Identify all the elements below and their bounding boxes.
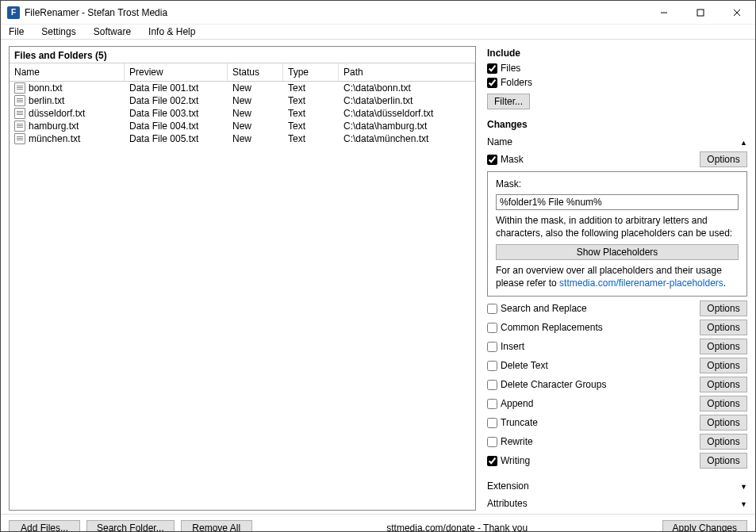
operation-checkbox[interactable] <box>487 361 497 371</box>
operation-row: InsertOptions <box>487 338 747 355</box>
mask-overview: For an overview over all placeholders an… <box>496 265 739 289</box>
cell-name: hamburg.txt <box>10 120 125 132</box>
mask-panel: Mask: Within the mask, in addition to ar… <box>487 171 747 297</box>
files-panel-title: Files and Folders (5) <box>10 47 475 63</box>
menu-settings[interactable]: Settings <box>38 25 79 39</box>
mask-note: Within the mask, in addition to arbitrar… <box>496 215 739 239</box>
cell-preview: Data File 005.txt <box>125 132 228 145</box>
operation-checkbox[interactable] <box>487 380 497 390</box>
file-icon <box>14 121 25 132</box>
table-row[interactable]: düsseldorf.txtData File 003.txtNewTextC:… <box>10 107 475 120</box>
operation-checkbox[interactable] <box>487 399 497 409</box>
menu-software[interactable]: Software <box>90 25 134 39</box>
operation-toggle[interactable]: Append <box>487 397 533 410</box>
name-section-label: Name <box>487 136 512 147</box>
attributes-section-header[interactable]: Attributes <box>487 495 747 511</box>
menu-info-help[interactable]: Info & Help <box>145 25 198 39</box>
cell-status: New <box>228 107 283 120</box>
file-icon <box>14 108 25 119</box>
col-status[interactable]: Status <box>228 63 283 81</box>
mask-checkbox[interactable] <box>487 155 497 165</box>
operation-label: Writing <box>501 455 530 466</box>
operation-checkbox[interactable] <box>487 304 497 314</box>
filter-button[interactable]: Filter... <box>487 94 530 109</box>
cell-status: New <box>228 132 283 145</box>
caret-down-icon <box>740 498 747 509</box>
mask-input[interactable] <box>496 194 739 210</box>
col-preview[interactable]: Preview <box>125 63 228 81</box>
col-name[interactable]: Name <box>10 63 125 81</box>
include-folders-checkbox[interactable] <box>487 78 497 88</box>
mask-toggle[interactable]: Mask <box>487 153 524 166</box>
operation-toggle[interactable]: Insert <box>487 340 524 353</box>
operation-checkbox[interactable] <box>487 456 497 466</box>
search-folder-button[interactable]: Search Folder... <box>86 520 175 532</box>
operation-label: Rewrite <box>501 436 533 447</box>
operation-checkbox[interactable] <box>487 437 497 447</box>
cell-path: C:\data\berlin.txt <box>339 94 475 107</box>
col-path[interactable]: Path <box>339 63 475 81</box>
include-files-row[interactable]: Files <box>487 62 747 75</box>
operation-checkbox[interactable] <box>487 342 497 352</box>
mask-row: Mask Options <box>487 151 747 168</box>
mask-label: Mask <box>501 154 524 165</box>
operation-toggle[interactable]: Search and Replace <box>487 302 587 315</box>
extension-section-header[interactable]: Extension <box>487 477 747 493</box>
operation-row: RewriteOptions <box>487 433 747 450</box>
operation-toggle[interactable]: Delete Character Groups <box>487 378 606 391</box>
menu-file[interactable]: File <box>6 25 27 39</box>
remove-all-button[interactable]: Remove All <box>181 520 252 532</box>
table-row[interactable]: münchen.txtData File 005.txtNewTextC:\da… <box>10 132 475 145</box>
cell-name: berlin.txt <box>10 94 125 107</box>
operation-options-button[interactable]: Options <box>700 453 747 469</box>
table-row[interactable]: berlin.txtData File 002.txtNewTextC:\dat… <box>10 94 475 107</box>
operation-options-button[interactable]: Options <box>700 320 747 335</box>
operation-toggle[interactable]: Delete Text <box>487 359 548 372</box>
minimize-button[interactable] <box>646 1 682 25</box>
operation-toggle[interactable]: Rewrite <box>487 435 533 448</box>
operation-options-button[interactable]: Options <box>700 358 747 373</box>
name-section-header[interactable]: Name <box>487 133 747 149</box>
attributes-section-label: Attributes <box>487 498 528 509</box>
cell-type: Text <box>283 120 339 132</box>
options-panel: Include Files Folders Filter... Changes … <box>487 46 747 511</box>
apply-changes-button[interactable]: Apply Changes <box>662 520 747 532</box>
mask-options-button[interactable]: Options <box>700 151 747 167</box>
operation-toggle[interactable]: Writing <box>487 454 530 467</box>
menu-bar: File Settings Software Info & Help <box>1 25 755 40</box>
cell-name: düsseldorf.txt <box>10 107 125 120</box>
operation-checkbox[interactable] <box>487 323 497 333</box>
mask-overview-suffix: . <box>723 277 726 289</box>
cell-type: Text <box>283 132 339 145</box>
operation-options-button[interactable]: Options <box>700 415 747 431</box>
maximize-button[interactable] <box>682 1 719 25</box>
file-icon <box>14 95 25 106</box>
operation-toggle[interactable]: Common Replacements <box>487 321 603 334</box>
operation-toggle[interactable]: Truncate <box>487 416 538 429</box>
show-placeholders-button[interactable]: Show Placeholders <box>496 244 739 260</box>
donate-text: sttmedia.com/donate - Thank you <box>259 522 656 532</box>
bottom-bar: Add Files... Search Folder... Remove All… <box>1 514 755 532</box>
placeholders-link[interactable]: sttmedia.com/filerenamer-placeholders <box>559 277 723 289</box>
operation-options-button[interactable]: Options <box>700 300 747 316</box>
operation-label: Append <box>501 398 533 409</box>
operation-options-button[interactable]: Options <box>700 434 747 450</box>
add-files-button[interactable]: Add Files... <box>9 520 80 532</box>
changes-title: Changes <box>487 119 747 130</box>
window-title: FileRenamer - Stefan Trost Media <box>25 7 646 18</box>
operation-options-button[interactable]: Options <box>700 377 747 392</box>
include-files-checkbox[interactable] <box>487 63 497 74</box>
cell-status: New <box>228 94 283 107</box>
operation-checkbox[interactable] <box>487 418 497 428</box>
close-button[interactable] <box>719 1 755 25</box>
operation-row: WritingOptions <box>487 452 747 469</box>
operation-row: TruncateOptions <box>487 414 747 431</box>
col-type[interactable]: Type <box>283 63 339 81</box>
table-row[interactable]: bonn.txtData File 001.txtNewTextC:\data\… <box>10 82 475 94</box>
operation-options-button[interactable]: Options <box>700 339 747 354</box>
operation-options-button[interactable]: Options <box>700 396 747 411</box>
file-icon <box>14 133 25 144</box>
include-folders-row[interactable]: Folders <box>487 76 747 89</box>
include-files-label: Files <box>501 63 520 74</box>
table-row[interactable]: hamburg.txtData File 004.txtNewTextC:\da… <box>10 120 475 132</box>
